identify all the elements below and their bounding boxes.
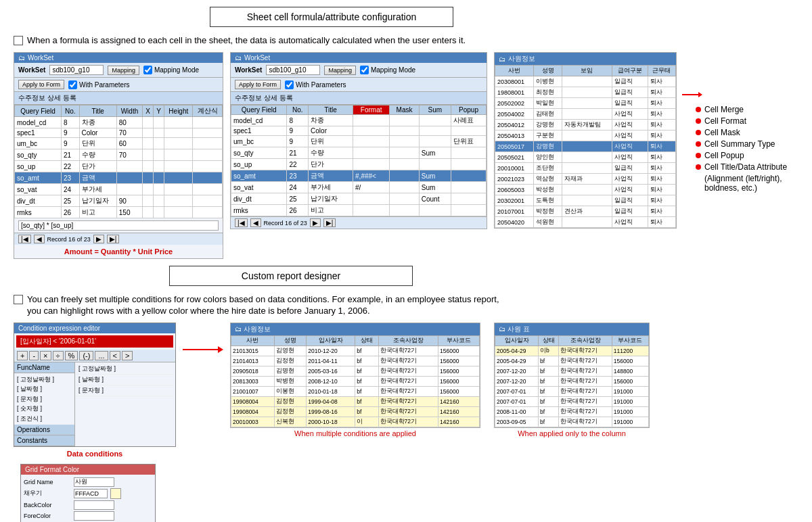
emp-table-mid: 사번 성명 입사일자 상태 조속사업장 부사코드 21013015김영현2010… [231, 335, 480, 427]
table-row[interactable]: um_bc9단위단위표 [231, 136, 487, 147]
table-row-yellow[interactable]: 20010003신복현2000-10-18이한국대학72기142160 [231, 417, 480, 427]
table-row[interactable]: rmks26비고150 [15, 207, 223, 218]
workset-input-1[interactable] [49, 65, 104, 75]
table-row[interactable]: 2003-09-05bf한국대학72기191000 [495, 417, 649, 427]
table-row[interactable]: 20504012강명현자동차개발팀사업직퇴사 [495, 120, 676, 130]
when-multiple-label: When multiple conditions are applied [294, 428, 416, 439]
table-row[interactable]: 2007-07-01bf한국대학72기191000 [495, 397, 649, 407]
nav-last-2[interactable]: ▶| [323, 218, 336, 227]
mapping-btn-1[interactable]: Mapping [108, 66, 139, 75]
table-row[interactable]: so_vat24부가세 [15, 184, 223, 195]
table-row-yellow[interactable]: 19908004김정현1999-08-16bf한국대학72기142160 [231, 407, 480, 417]
table-row[interactable]: 20010001조단현일급직퇴사 [495, 163, 676, 174]
emp-icon-mid: 🗂 [235, 325, 242, 333]
cond-ellipsis-btn[interactable]: ... [95, 351, 108, 360]
table-row[interactable]: um_bc9단위60 [15, 138, 223, 149]
with-params-cb-2[interactable] [285, 80, 294, 89]
amount-label: Amount = Quantity * Unit Price [14, 245, 223, 258]
with-params-cb-1[interactable] [68, 80, 77, 89]
cond-neg-btn[interactable]: (-) [79, 351, 93, 360]
svg-marker-3 [218, 346, 223, 353]
forecolor-input[interactable] [74, 511, 114, 521]
cond-lt-btn[interactable]: < [110, 351, 120, 360]
mapping-btn-2[interactable]: Mapping [324, 66, 356, 75]
table-row[interactable]: 2007-12-20bf한국대학72기148800 [495, 366, 649, 377]
workset-input-2[interactable] [266, 65, 320, 75]
red-arrow-icon [682, 89, 702, 100]
cond-div-btn[interactable]: ÷ [53, 351, 64, 360]
cond-gt-btn[interactable]: > [122, 351, 133, 360]
nav-prev-2[interactable]: ◀ [250, 218, 261, 227]
table-row[interactable]: 20107001박정현견산과일급직퇴사 [495, 206, 676, 217]
table-row[interactable]: 2007-12-20bf한국대학72기156000 [495, 377, 649, 387]
fill-input[interactable] [74, 489, 108, 498]
saram-titlebar: 🗂 사원정보 [495, 53, 676, 65]
table-row[interactable]: 21014013김정현2011-04-11bf한국대학72기156000 [231, 356, 480, 366]
attr-cell-format: Cell Format [696, 116, 798, 126]
cond-minus-btn[interactable]: - [29, 351, 39, 360]
table-row[interactable]: so_vat24부가세#/Sum [231, 182, 487, 193]
cond-titlebar: Condition expression editor [14, 323, 175, 333]
table-row[interactable]: 20502002박일현일급직퇴사 [495, 98, 676, 109]
cond-plus-btn[interactable]: + [17, 351, 28, 360]
apply-btn-1[interactable]: Apply to Form [18, 80, 64, 89]
right-section: 🗂 사원정보 사번 성명 보임 급여구분 근무태 20308 [494, 52, 798, 229]
mapping-mode-cb-1[interactable] [143, 66, 152, 74]
attributes-list: Cell Merge Cell Format Cell Mask Cell Su… [682, 103, 798, 195]
table-row[interactable]: so_qty21수량70 [15, 149, 223, 161]
table-row[interactable]: 20308001이병현일급직퇴사 [495, 76, 676, 87]
cond-left: FuncName [ 고정날짜형 ] [ 날짜형 ] [ 문자형 ] [ 숫자형… [14, 362, 75, 446]
table-row[interactable]: 2007-07-01bf한국대학72기191000 [495, 387, 649, 397]
table-row[interactable]: 20504002김태현사업직퇴사 [495, 109, 676, 120]
table-row-yellow[interactable]: 2005-04-29이b한국대학72기111200 [495, 346, 649, 356]
table-row[interactable]: 20504020석원현사업직퇴사 [495, 217, 676, 228]
table-row[interactable]: so_up22단가 [15, 161, 223, 172]
table-row-yellow[interactable]: 19908004김정현1999-04-08bf한국대학72기142160 [231, 397, 480, 407]
nav-prev-1[interactable]: ◀ [34, 235, 45, 243]
table-row-selected[interactable]: 20505017강명현사업직퇴사 [495, 141, 676, 152]
table-row[interactable]: 20813003박병현2008-12-10bf한국대학72기156000 [231, 377, 480, 387]
table-row[interactable]: 19808001최정현일급직퇴사 [495, 87, 676, 98]
table-row[interactable]: rmks26비고 [231, 205, 487, 216]
table-row[interactable]: spec19Color [231, 126, 487, 136]
ws-table-2: Query Field No. Title Format Mask Sum Po… [231, 105, 487, 216]
emp-titlebar-mid: 🗂 사원정보 [231, 323, 480, 335]
table-row[interactable]: spec19Color70 [15, 128, 223, 138]
ws-icon-2: 🗂 [235, 54, 242, 62]
table-row[interactable]: 20504013구분현사업직퇴사 [495, 130, 676, 141]
table-row[interactable]: div_dt25납기일자Count [231, 193, 487, 205]
table-row[interactable]: so_qty21수량Sum [231, 147, 487, 159]
checkbox-icon [14, 36, 23, 45]
mapping-mode-cb-2[interactable] [360, 66, 369, 74]
cond-formula-bar[interactable]: [입사일자] < '2006-01-01' [16, 335, 173, 348]
grid-name-row: Grid Name [24, 477, 152, 487]
table-row[interactable]: 21001007이봉현2010-01-18bf한국대학72기156000 [231, 387, 480, 397]
table-row[interactable]: 20605003박성현사업직퇴사 [495, 185, 676, 195]
grid-name-input[interactable] [74, 477, 114, 487]
table-row[interactable]: 20021023역삼현자재과사업직퇴사 [495, 174, 676, 185]
cond-right: [ 고정날짜형 ] [ 날짜형 ] [ 문자형 ] [75, 362, 175, 446]
table-row[interactable]: so_up22단가 [231, 159, 487, 170]
when-applied-label: When applied only to the column [518, 428, 626, 439]
cond-pct-btn[interactable]: % [65, 351, 78, 360]
table-row[interactable]: 20302001도특현일급직퇴사 [495, 195, 676, 206]
table-row[interactable]: model_cd8차종사례표 [231, 115, 487, 126]
backcolor-input[interactable] [74, 500, 114, 510]
table-row-selected[interactable]: so_amt23금액 [15, 172, 223, 184]
apply-btn-2[interactable]: Apply to Form [235, 80, 281, 89]
table-row[interactable]: 20505021양인현사업직퇴사 [495, 152, 676, 163]
table-row[interactable]: 2005-04-29bf한국대학72기156000 [495, 356, 649, 366]
table-row[interactable]: model_cd8차종80 [15, 117, 223, 128]
cond-mul-btn[interactable]: × [40, 351, 51, 360]
nav-first-2[interactable]: |◀ [235, 218, 248, 227]
fill-swatch [110, 488, 121, 499]
nav-next-2[interactable]: ▶ [310, 218, 321, 227]
table-row[interactable]: 20905018김명현2005-03-16bf한국대학72기156000 [231, 366, 480, 377]
nav-last-1[interactable]: ▶| [107, 235, 120, 243]
table-row-selected[interactable]: so_amt23금액#,###<Sum [231, 170, 487, 182]
table-row[interactable]: 21013015김영현2010-12-20bf한국대학72기156000 [231, 346, 480, 356]
nav-next-1[interactable]: ▶ [93, 235, 104, 243]
table-row[interactable]: 2008-11-00bf한국대학72기191000 [495, 407, 649, 417]
table-row[interactable]: div_dt25납기일자90 [15, 195, 223, 207]
nav-first-1[interactable]: |◀ [18, 235, 31, 243]
